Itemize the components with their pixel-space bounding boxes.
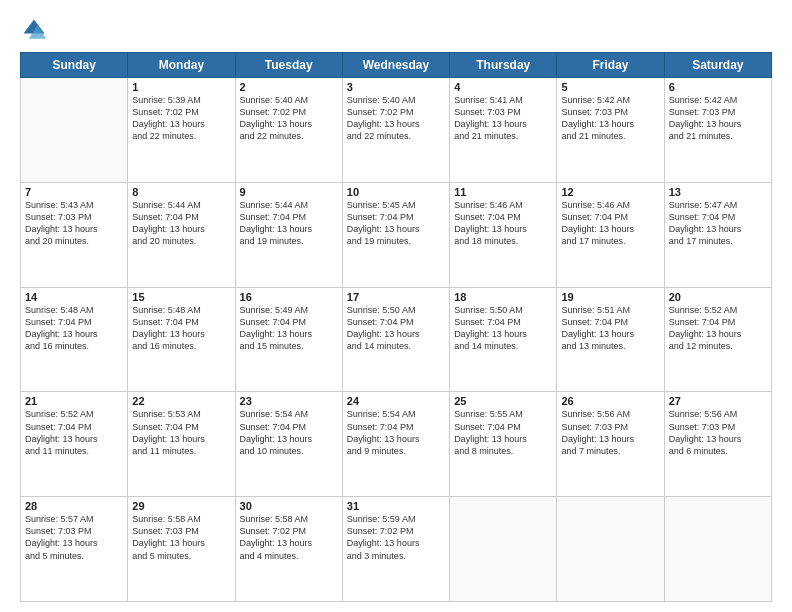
day-info: Sunrise: 5:48 AM Sunset: 7:04 PM Dayligh…: [132, 304, 230, 353]
calendar-cell: 4Sunrise: 5:41 AM Sunset: 7:03 PM Daylig…: [450, 78, 557, 183]
weekday-header: Saturday: [664, 53, 771, 78]
weekday-header: Thursday: [450, 53, 557, 78]
day-number: 16: [240, 291, 338, 303]
calendar-cell: 18Sunrise: 5:50 AM Sunset: 7:04 PM Dayli…: [450, 287, 557, 392]
calendar-cell: 29Sunrise: 5:58 AM Sunset: 7:03 PM Dayli…: [128, 497, 235, 602]
calendar-cell: 12Sunrise: 5:46 AM Sunset: 7:04 PM Dayli…: [557, 182, 664, 287]
day-info: Sunrise: 5:44 AM Sunset: 7:04 PM Dayligh…: [240, 199, 338, 248]
calendar-cell: [557, 497, 664, 602]
calendar-cell: 2Sunrise: 5:40 AM Sunset: 7:02 PM Daylig…: [235, 78, 342, 183]
calendar-cell: 26Sunrise: 5:56 AM Sunset: 7:03 PM Dayli…: [557, 392, 664, 497]
day-info: Sunrise: 5:42 AM Sunset: 7:03 PM Dayligh…: [561, 94, 659, 143]
day-number: 28: [25, 500, 123, 512]
calendar-cell: 23Sunrise: 5:54 AM Sunset: 7:04 PM Dayli…: [235, 392, 342, 497]
day-number: 18: [454, 291, 552, 303]
day-info: Sunrise: 5:52 AM Sunset: 7:04 PM Dayligh…: [25, 408, 123, 457]
day-info: Sunrise: 5:54 AM Sunset: 7:04 PM Dayligh…: [240, 408, 338, 457]
day-info: Sunrise: 5:56 AM Sunset: 7:03 PM Dayligh…: [561, 408, 659, 457]
day-info: Sunrise: 5:42 AM Sunset: 7:03 PM Dayligh…: [669, 94, 767, 143]
logo-icon: [20, 16, 48, 44]
day-number: 8: [132, 186, 230, 198]
calendar-cell: [21, 78, 128, 183]
day-info: Sunrise: 5:56 AM Sunset: 7:03 PM Dayligh…: [669, 408, 767, 457]
calendar-cell: 6Sunrise: 5:42 AM Sunset: 7:03 PM Daylig…: [664, 78, 771, 183]
calendar-cell: 30Sunrise: 5:58 AM Sunset: 7:02 PM Dayli…: [235, 497, 342, 602]
calendar-cell: 24Sunrise: 5:54 AM Sunset: 7:04 PM Dayli…: [342, 392, 449, 497]
day-number: 19: [561, 291, 659, 303]
weekday-header: Wednesday: [342, 53, 449, 78]
day-number: 12: [561, 186, 659, 198]
calendar-cell: 19Sunrise: 5:51 AM Sunset: 7:04 PM Dayli…: [557, 287, 664, 392]
day-info: Sunrise: 5:51 AM Sunset: 7:04 PM Dayligh…: [561, 304, 659, 353]
day-info: Sunrise: 5:39 AM Sunset: 7:02 PM Dayligh…: [132, 94, 230, 143]
header: [20, 16, 772, 44]
day-info: Sunrise: 5:46 AM Sunset: 7:04 PM Dayligh…: [454, 199, 552, 248]
weekday-header: Friday: [557, 53, 664, 78]
day-number: 24: [347, 395, 445, 407]
calendar-cell: 27Sunrise: 5:56 AM Sunset: 7:03 PM Dayli…: [664, 392, 771, 497]
day-info: Sunrise: 5:59 AM Sunset: 7:02 PM Dayligh…: [347, 513, 445, 562]
calendar-cell: [664, 497, 771, 602]
calendar-week-row: 1Sunrise: 5:39 AM Sunset: 7:02 PM Daylig…: [21, 78, 772, 183]
day-info: Sunrise: 5:58 AM Sunset: 7:02 PM Dayligh…: [240, 513, 338, 562]
day-number: 14: [25, 291, 123, 303]
calendar-cell: 17Sunrise: 5:50 AM Sunset: 7:04 PM Dayli…: [342, 287, 449, 392]
calendar-cell: 28Sunrise: 5:57 AM Sunset: 7:03 PM Dayli…: [21, 497, 128, 602]
day-info: Sunrise: 5:43 AM Sunset: 7:03 PM Dayligh…: [25, 199, 123, 248]
day-number: 25: [454, 395, 552, 407]
calendar-week-row: 21Sunrise: 5:52 AM Sunset: 7:04 PM Dayli…: [21, 392, 772, 497]
calendar-table: SundayMondayTuesdayWednesdayThursdayFrid…: [20, 52, 772, 602]
weekday-header: Sunday: [21, 53, 128, 78]
day-number: 26: [561, 395, 659, 407]
day-number: 15: [132, 291, 230, 303]
calendar-cell: 20Sunrise: 5:52 AM Sunset: 7:04 PM Dayli…: [664, 287, 771, 392]
calendar-cell: 14Sunrise: 5:48 AM Sunset: 7:04 PM Dayli…: [21, 287, 128, 392]
day-info: Sunrise: 5:54 AM Sunset: 7:04 PM Dayligh…: [347, 408, 445, 457]
calendar-cell: [450, 497, 557, 602]
day-number: 1: [132, 81, 230, 93]
day-info: Sunrise: 5:44 AM Sunset: 7:04 PM Dayligh…: [132, 199, 230, 248]
calendar-cell: 15Sunrise: 5:48 AM Sunset: 7:04 PM Dayli…: [128, 287, 235, 392]
calendar-cell: 22Sunrise: 5:53 AM Sunset: 7:04 PM Dayli…: [128, 392, 235, 497]
day-info: Sunrise: 5:41 AM Sunset: 7:03 PM Dayligh…: [454, 94, 552, 143]
calendar-cell: 3Sunrise: 5:40 AM Sunset: 7:02 PM Daylig…: [342, 78, 449, 183]
weekday-header: Monday: [128, 53, 235, 78]
day-info: Sunrise: 5:45 AM Sunset: 7:04 PM Dayligh…: [347, 199, 445, 248]
calendar-cell: 16Sunrise: 5:49 AM Sunset: 7:04 PM Dayli…: [235, 287, 342, 392]
day-info: Sunrise: 5:48 AM Sunset: 7:04 PM Dayligh…: [25, 304, 123, 353]
page: SundayMondayTuesdayWednesdayThursdayFrid…: [0, 0, 792, 612]
day-number: 29: [132, 500, 230, 512]
calendar-cell: 13Sunrise: 5:47 AM Sunset: 7:04 PM Dayli…: [664, 182, 771, 287]
day-info: Sunrise: 5:52 AM Sunset: 7:04 PM Dayligh…: [669, 304, 767, 353]
day-info: Sunrise: 5:46 AM Sunset: 7:04 PM Dayligh…: [561, 199, 659, 248]
day-info: Sunrise: 5:50 AM Sunset: 7:04 PM Dayligh…: [454, 304, 552, 353]
day-number: 22: [132, 395, 230, 407]
day-info: Sunrise: 5:55 AM Sunset: 7:04 PM Dayligh…: [454, 408, 552, 457]
day-number: 10: [347, 186, 445, 198]
calendar-cell: 11Sunrise: 5:46 AM Sunset: 7:04 PM Dayli…: [450, 182, 557, 287]
day-number: 11: [454, 186, 552, 198]
day-number: 3: [347, 81, 445, 93]
day-number: 4: [454, 81, 552, 93]
calendar-cell: 5Sunrise: 5:42 AM Sunset: 7:03 PM Daylig…: [557, 78, 664, 183]
day-info: Sunrise: 5:58 AM Sunset: 7:03 PM Dayligh…: [132, 513, 230, 562]
day-number: 27: [669, 395, 767, 407]
day-number: 13: [669, 186, 767, 198]
calendar-week-row: 14Sunrise: 5:48 AM Sunset: 7:04 PM Dayli…: [21, 287, 772, 392]
day-info: Sunrise: 5:53 AM Sunset: 7:04 PM Dayligh…: [132, 408, 230, 457]
day-number: 6: [669, 81, 767, 93]
calendar-cell: 21Sunrise: 5:52 AM Sunset: 7:04 PM Dayli…: [21, 392, 128, 497]
calendar-cell: 8Sunrise: 5:44 AM Sunset: 7:04 PM Daylig…: [128, 182, 235, 287]
day-number: 5: [561, 81, 659, 93]
day-number: 9: [240, 186, 338, 198]
day-number: 21: [25, 395, 123, 407]
day-number: 17: [347, 291, 445, 303]
day-info: Sunrise: 5:40 AM Sunset: 7:02 PM Dayligh…: [347, 94, 445, 143]
day-number: 31: [347, 500, 445, 512]
logo: [20, 16, 52, 44]
calendar-cell: 1Sunrise: 5:39 AM Sunset: 7:02 PM Daylig…: [128, 78, 235, 183]
calendar-cell: 7Sunrise: 5:43 AM Sunset: 7:03 PM Daylig…: [21, 182, 128, 287]
calendar-cell: 31Sunrise: 5:59 AM Sunset: 7:02 PM Dayli…: [342, 497, 449, 602]
day-info: Sunrise: 5:47 AM Sunset: 7:04 PM Dayligh…: [669, 199, 767, 248]
calendar-cell: 9Sunrise: 5:44 AM Sunset: 7:04 PM Daylig…: [235, 182, 342, 287]
